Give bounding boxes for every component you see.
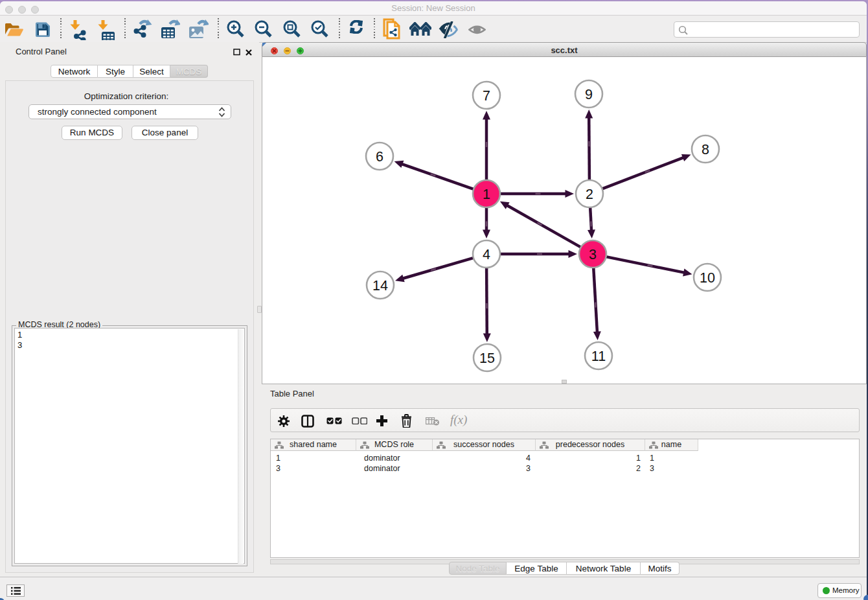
svg-text:9: 9 (585, 87, 593, 102)
svg-text:8: 8 (702, 142, 709, 157)
svg-text:3: 3 (589, 247, 597, 262)
svg-text:6: 6 (376, 149, 383, 165)
svg-text:2: 2 (586, 187, 593, 202)
svg-text:15: 15 (479, 351, 495, 366)
svg-text:4: 4 (483, 247, 490, 262)
svg-text:7: 7 (483, 88, 490, 104)
svg-text:1: 1 (483, 187, 490, 202)
svg-text:14: 14 (372, 278, 388, 294)
svg-text:11: 11 (591, 349, 606, 364)
svg-text:10: 10 (700, 270, 715, 286)
